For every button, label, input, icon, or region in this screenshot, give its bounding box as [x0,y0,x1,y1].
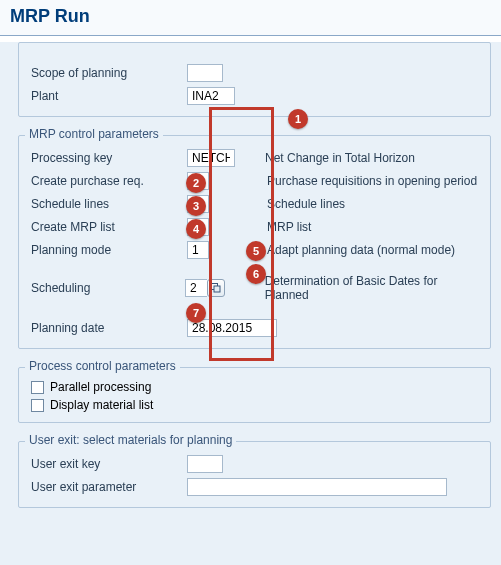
plandate-label: Planning date [27,321,187,335]
parallel-checkbox[interactable] [31,381,44,394]
proc-key-desc: Net Change in Total Horizon [265,151,415,165]
displaymat-label: Display material list [50,398,153,412]
parallel-label: Parallel processing [50,380,151,394]
preq-label: Create purchase req. [27,174,187,188]
group-scope-plant: Scope of planning Plant [18,42,491,117]
group-user-exit: User exit: select materials for planning… [18,441,491,508]
annotation-badge-6: 6 [246,264,266,284]
row-preq: Create purchase req. Purchase requisitio… [27,170,482,192]
annotation-badge-5: 5 [246,241,266,261]
row-sched: Schedule lines Schedule lines [27,193,482,215]
planmode-label: Planning mode [27,243,187,257]
page-title: MRP Run [0,0,501,36]
displaymat-checkbox[interactable] [31,399,44,412]
scheduling-input[interactable] [185,279,207,297]
row-ue-param: User exit parameter [27,476,482,498]
proc-key-input[interactable] [187,149,235,167]
row-plandate: Planning date [27,317,482,339]
mrplist-desc: MRP list [267,220,311,234]
row-parallel: Parallel processing [27,378,482,396]
annotation-badge-3: 3 [186,196,206,216]
row-mrplist: Create MRP list MRP list [27,216,482,238]
ue-key-label: User exit key [27,457,187,471]
f4-help-button[interactable] [207,279,225,297]
group-legend-ue: User exit: select materials for planning [25,433,236,447]
group-process-control: Process control parameters Parallel proc… [18,367,491,423]
scheduling-label: Scheduling [27,281,185,295]
ue-param-label: User exit parameter [27,480,187,494]
row-displaymat: Display material list [27,396,482,414]
search-help-icon [211,283,221,293]
annotation-badge-1: 1 [288,109,308,129]
annotation-badge-2: 2 [186,173,206,193]
plant-label: Plant [27,89,187,103]
main-panel: Scope of planning Plant MRP control para… [0,42,501,565]
mrplist-label: Create MRP list [27,220,187,234]
group-legend-proc: Process control parameters [25,359,180,373]
scope-label: Scope of planning [27,66,187,80]
row-scope: Scope of planning [27,62,482,84]
svg-rect-1 [214,286,220,292]
annotation-badge-7: 7 [186,303,206,323]
sched-desc: Schedule lines [267,197,345,211]
proc-key-label: Processing key [27,151,187,165]
plant-input[interactable] [187,87,235,105]
scope-input[interactable] [187,64,223,82]
planmode-input[interactable] [187,241,209,259]
planmode-desc: Adapt planning data (normal mode) [267,243,455,257]
ue-key-input[interactable] [187,455,223,473]
row-ue-key: User exit key [27,453,482,475]
preq-desc: Purchase requisitions in opening period [267,174,477,188]
row-plant: Plant [27,85,482,107]
sched-label: Schedule lines [27,197,187,211]
scheduling-desc: Determination of Basic Dates for Planned [265,274,482,302]
group-legend-mrp: MRP control parameters [25,127,163,141]
annotation-badge-4: 4 [186,219,206,239]
ue-param-input[interactable] [187,478,447,496]
row-proc-key: Processing key Net Change in Total Horiz… [27,147,482,169]
